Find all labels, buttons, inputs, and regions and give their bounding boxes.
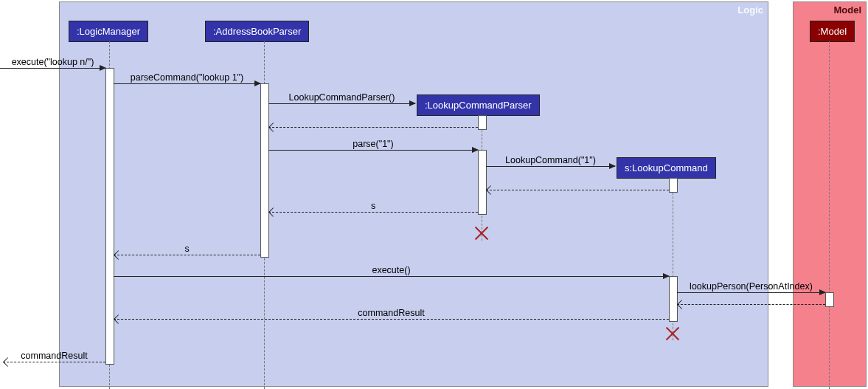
frame-logic-title: Logic (737, 4, 763, 16)
participant-logic-manager: :LogicManager (69, 21, 148, 42)
destroy-lcp (474, 226, 489, 241)
activation-model (825, 292, 834, 307)
activation-lcp-1 (478, 115, 487, 130)
msg-execute: execute() (114, 276, 669, 277)
msg-command-result1: commandResult (114, 319, 669, 320)
msg-parse-command-label: parseCommand("lookup 1") (131, 72, 243, 84)
activation-logic-manager (105, 68, 114, 365)
msg-return-s2-label: s (184, 244, 189, 255)
activation-lcp-2 (478, 150, 487, 215)
participant-address-book-parser: :AddressBookParser (205, 21, 309, 42)
msg-parse-command: parseCommand("lookup 1") (114, 83, 260, 84)
destroy-lc (665, 326, 680, 341)
msg-lcp-ctor: LookupCommandParser() (268, 103, 415, 104)
msg-return-s1-label: s (371, 201, 375, 213)
msg-command-result1-label: commandResult (358, 308, 424, 320)
msg-command-result2-label: commandResult (21, 351, 87, 362)
lifeline-model (829, 41, 830, 389)
msg-lookup-person-label: lookupPerson(PersonAtIndex) (690, 281, 813, 293)
msg-lookup-person-return (677, 304, 825, 305)
msg-execute-in-label: execute("lookup n/") (12, 57, 94, 69)
msg-lcp-ctor-label: LookupCommandParser() (289, 92, 395, 104)
msg-execute-label: execute() (372, 265, 410, 277)
frame-logic: Logic (59, 1, 768, 387)
frame-model: Model (793, 1, 867, 387)
frame-model-title: Model (833, 4, 861, 16)
msg-lc-ctor-label: LookupCommand("1") (505, 155, 596, 167)
msg-lookup-person: lookupPerson(PersonAtIndex) (677, 292, 825, 293)
activation-lc-1 (669, 178, 678, 193)
msg-lc-ctor: LookupCommand("1") (486, 166, 615, 167)
participant-lookup-command-parser: :LookupCommandParser (417, 94, 540, 116)
msg-parse-label: parse("1") (353, 139, 393, 151)
activation-lc-2 (669, 276, 678, 322)
msg-return-s1: s (268, 212, 478, 213)
msg-lc-ctor-return (486, 190, 669, 190)
msg-lcp-ctor-return (268, 127, 478, 128)
msg-command-result2: commandResult (3, 362, 105, 362)
msg-return-s2: s (114, 255, 260, 255)
activation-address-book-parser (260, 83, 269, 258)
msg-execute-in: execute("lookup n/") (0, 68, 105, 69)
participant-model: :Model (810, 21, 855, 42)
msg-parse: parse("1") (268, 150, 478, 151)
participant-lookup-command: s:LookupCommand (617, 157, 716, 179)
